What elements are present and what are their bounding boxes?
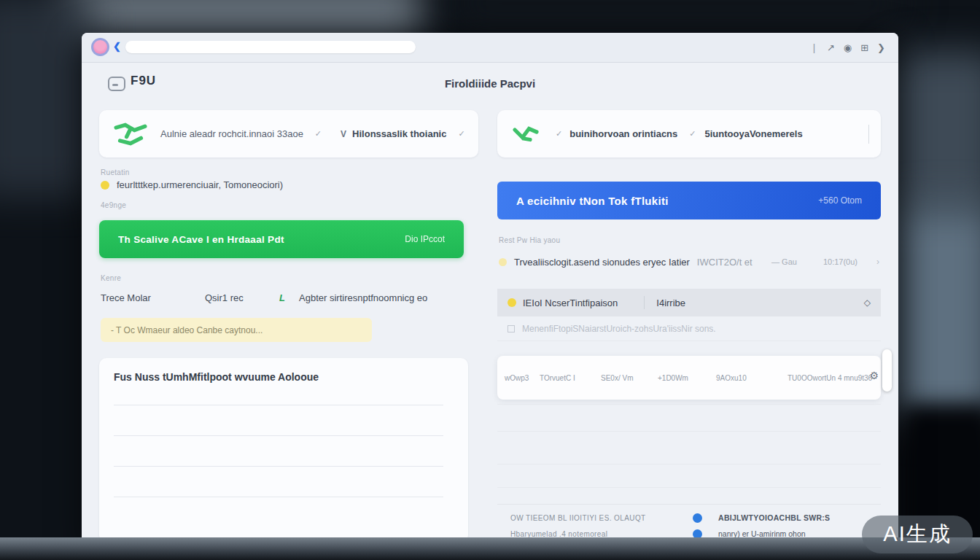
list-card-title: Fus Nuss tUmhMfitlpoot wvuume Aolooue: [114, 371, 454, 383]
check-icon: ✓: [689, 129, 696, 139]
toolbar-icons: ❘ ↗ ◉ ⊞ ❯: [810, 33, 885, 62]
account-line2-prefix: V: [341, 129, 346, 139]
field-label: Ruetatin: [101, 168, 130, 176]
eye-icon[interactable]: ◉: [844, 42, 852, 53]
browser-window: ❮ ❘ ↗ ◉ ⊞ ❯ F9U Firoldiiide Pacpvi: [82, 33, 898, 543]
screen-background: ❮ ❘ ↗ ◉ ⊞ ❯ F9U Firoldiiide Pacpvi: [0, 0, 980, 560]
account-line1: Aulnie aleadr rochcit.innaoi 33aoe: [160, 128, 303, 139]
bg-shape: [66, 0, 423, 36]
divider: [114, 405, 443, 405]
grid-icon[interactable]: ⊞: [860, 42, 868, 53]
account-line2: Hilonssaslik thoianic: [352, 128, 446, 139]
bg-shape: [891, 51, 980, 219]
ai-watermark: AI生成: [862, 516, 973, 553]
divider: [497, 464, 881, 464]
list-item[interactable]: Trvealiisclogit.asend sionudes eryec Iat…: [499, 251, 879, 273]
divider: [114, 497, 443, 497]
data-panel: wOwp3 TOrvuetC I SE0x/ Vm +1D0Wm 9AOxu10…: [497, 356, 881, 400]
diamond-icon[interactable]: ◇: [864, 298, 871, 308]
browser-toolbar: ❮ ❘ ↗ ◉ ⊞ ❯: [82, 33, 898, 63]
divider: [114, 466, 443, 467]
promo-banner-label: A ecicihniv tNon Tok fTlukiti: [516, 195, 669, 207]
gear-icon[interactable]: ⚙: [869, 370, 879, 381]
meta-row: Trece Molar Qsir1 rec L Agbter sirtiresn…: [99, 292, 478, 307]
promo-banner-value: +560 Otom: [818, 195, 862, 206]
tab-secondary[interactable]: I4irribe: [656, 298, 685, 308]
screen-bezel: [0, 537, 980, 560]
tab-bar: IEIoI NcserTintfipaison I4irribe ◇: [497, 289, 881, 316]
avatar[interactable]: [91, 38, 109, 56]
column-header: 9AOxu10: [716, 374, 747, 382]
column-header: TU0OOwortUn 4 mnu9t36: [788, 374, 872, 382]
chevron-right-icon: ›: [876, 257, 879, 267]
primary-action-sublabel: Dio IPccot: [405, 234, 445, 244]
filter-placeholder: MenenfiFtopiSNaiarstUroich-zohsUra'iissN…: [522, 324, 716, 334]
divider: [868, 125, 869, 144]
footer-right-text: ABIJLWTYOIOACHBL SWR:S: [718, 513, 830, 522]
column-header: SE0x/ Vm: [601, 374, 633, 382]
filter-input[interactable]: MenenfiFtopiSNaiarstUroich-zohsUra'iissN…: [497, 316, 881, 341]
account-line1: buinihorvoan orintiacns: [569, 128, 677, 139]
column-header: wOwp3: [505, 374, 529, 382]
column-header: TOrvuetC I: [540, 374, 575, 382]
item-text: Trvealiisclogit.asend sionudes eryec Iat…: [514, 257, 690, 268]
account-card-left[interactable]: Aulnie aleadr rochcit.innaoi 33aoe ✓ V H…: [99, 110, 478, 158]
bg-shape: [452, 0, 904, 29]
address-bar[interactable]: [125, 41, 416, 53]
primary-action-label: Th Scalive ACave I en Hrdaaal Pdt: [118, 234, 284, 245]
divider: [497, 487, 881, 488]
section-label: Rest Pw Hia yaou: [499, 236, 560, 244]
brand-logo-icon: [111, 121, 150, 147]
primary-action-button[interactable]: Th Scalive ACave I en Hrdaaal Pdt Dio IP…: [99, 220, 464, 258]
field-label: Kenre: [101, 274, 121, 282]
bg-shape: [0, 0, 95, 197]
blue-dot-icon: [693, 513, 702, 523]
badge-icon: L: [279, 292, 285, 303]
toolbar-divider-icon: ❘: [810, 42, 818, 53]
page: F9U Firoldiiide Pacpvi Aulnie aleadr roc…: [82, 63, 898, 543]
field-value: feurltttkep.urmerenciuair, Tomoneociori): [117, 179, 283, 190]
notice-banner: - T Oc Wmaeur aldeo Canbe caytnou...: [101, 318, 372, 342]
divider: [644, 296, 645, 309]
notice-text: - T Oc Wmaeur aldeo Canbe caytnou...: [111, 325, 262, 335]
back-icon[interactable]: ❮: [113, 41, 121, 52]
yellow-dot-icon: [499, 258, 507, 266]
meta-item: Agbter sirtiresnptfnoomnicg eo: [299, 292, 427, 303]
account-card-right[interactable]: ✓ buinihorvoan orintiacns ✓ 5iuntooyaVon…: [497, 110, 881, 158]
check-icon: ✓: [315, 129, 322, 139]
footer-row: OW TIEEOM BL IIOITIYI ES. OLAUQT ABIJLWT…: [497, 510, 881, 526]
divider: [497, 404, 881, 405]
yellow-dot-icon: [101, 181, 109, 190]
meta-item: Qsir1 rec: [205, 292, 244, 303]
bg-shape: [895, 204, 980, 423]
forward-icon[interactable]: ❯: [877, 42, 885, 53]
avatar-face: [93, 40, 107, 54]
check-icon: ✓: [556, 129, 562, 139]
footer-left-text: Hbaryumelad .4 notemoreal: [497, 530, 693, 538]
brand-logo-icon: [509, 123, 542, 145]
yellow-dot-icon: [508, 298, 516, 307]
field-value-row: feurltttkep.urmerenciuair, Tomoneociori): [101, 179, 283, 190]
panel-footer: OW TIEEOM BL IIOITIYI ES. OLAUQT ABIJLWT…: [497, 504, 881, 542]
list-card: Fus Nuss tUmhMfitlpoot wvuume Aolooue: [99, 358, 468, 542]
divider: [114, 435, 443, 436]
promo-banner[interactable]: A ecicihniv tNon Tok fTlukiti +560 Otom: [497, 182, 881, 219]
scrollbar-thumb[interactable]: [882, 349, 892, 392]
tab-primary-label: IEIoI NcserTintfipaison: [523, 298, 618, 308]
item-suffix: IWCIT2O/t et: [697, 257, 752, 268]
check-icon: ✓: [458, 129, 464, 139]
right-column: ✓ buinihorvoan orintiacns ✓ 5iuntooyaVon…: [497, 63, 881, 543]
account-line2: 5iuntooyaVonemerels: [705, 128, 803, 139]
left-column: Aulnie aleadr rochcit.innaoi 33aoe ✓ V H…: [99, 63, 478, 543]
item-meta: 10:17(0u): [823, 257, 858, 266]
share-icon[interactable]: ↗: [827, 42, 835, 53]
meta-item: Trece Molar: [101, 292, 151, 303]
column-header: +1D0Wm: [658, 374, 688, 382]
tab-primary[interactable]: IEIoI NcserTintfipaison: [508, 298, 618, 308]
footer-left-text: OW TIEEOM BL IIOITIYI ES. OLAUQT: [497, 514, 693, 522]
filter-icon: [508, 325, 515, 332]
divider: [497, 431, 881, 432]
item-meta: — Gau: [771, 257, 797, 266]
field-label: 4e9nge: [101, 201, 126, 209]
